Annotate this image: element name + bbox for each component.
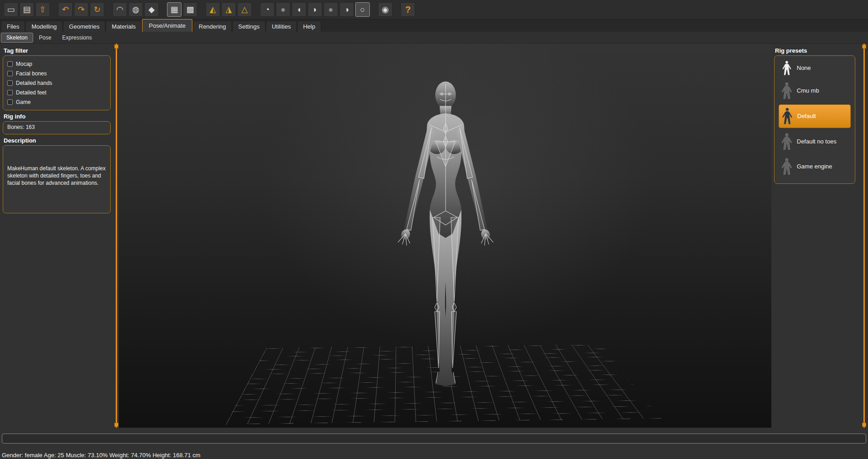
tab-files[interactable]: Files (1, 21, 25, 32)
symmetry-toolbar-group: ◭ ◮ △ (206, 2, 252, 17)
undo-icon: ↶ (62, 5, 69, 14)
tab-pose-animate[interactable]: Pose/Animate (142, 19, 192, 32)
rig-preset-default[interactable]: Default (779, 104, 851, 128)
symmetry-both-button[interactable]: △ (237, 2, 252, 17)
tab-geometries[interactable]: Geometries (63, 21, 105, 32)
checkbox-mocap[interactable]: Mocap (7, 59, 106, 69)
subtab-skeleton[interactable]: Skeleton (1, 33, 33, 43)
screenshot-toolbar-group: ◉ (378, 2, 392, 17)
description-text: MakeHuman default skeleton. A complex sk… (7, 165, 106, 187)
help-toolbar-group: ? (401, 2, 415, 17)
right-splitter-bottom-handle[interactable] (862, 423, 866, 427)
checkbox-label: Facial bones (16, 70, 47, 77)
camera-icon: ◉ (382, 5, 389, 14)
symmetry-icon: △ (241, 5, 248, 14)
right-splitter[interactable] (861, 44, 867, 428)
checkbox-facial-bones[interactable]: Facial bones (7, 69, 106, 78)
file-toolbar-group: ▭ ▤ ⇧ (4, 2, 50, 17)
checkbox-detailed-feet[interactable]: Detailed feet (7, 88, 106, 97)
reset-view-button[interactable]: ↻ (90, 2, 104, 17)
description-title: Description (4, 137, 111, 144)
rig-default-thumbnail (781, 106, 793, 126)
viewport-3d[interactable] (119, 44, 771, 428)
rig-preset-label: Game engine (797, 163, 832, 170)
symmetry-right-icon: ◭ (210, 5, 216, 14)
rig-preset-none[interactable]: None (779, 59, 851, 77)
checkbox-icon (7, 90, 13, 95)
new-document-button[interactable]: ▭ (4, 2, 18, 17)
checkbox-icon (7, 61, 13, 67)
view-half-button[interactable]: ◑ (339, 2, 354, 17)
symmetry-left-button[interactable]: ◮ (221, 2, 236, 17)
view-top-button[interactable]: ● (276, 2, 290, 17)
load-icon: ⇧ (39, 5, 46, 14)
right-splitter-top-handle[interactable] (862, 44, 866, 49)
wireframe-globe-icon: ◍ (132, 5, 139, 14)
tab-modelling[interactable]: Modelling (25, 21, 63, 32)
left-panel: Tag filter Mocap Facial bones Detailed h… (0, 44, 113, 428)
grid-icon: ▦ (170, 5, 178, 14)
rig-game-engine-thumbnail (781, 157, 793, 177)
grid-toggle-button[interactable]: ▦ (167, 2, 181, 17)
background-toggle-button[interactable]: ▩ (183, 2, 197, 17)
view-orbit-button[interactable]: ○ (355, 2, 370, 17)
rig-info-title: Rig info (4, 113, 111, 120)
subtab-pose[interactable]: Pose (34, 33, 56, 42)
undo-button[interactable]: ↶ (58, 2, 73, 17)
symmetry-left-icon: ◮ (226, 5, 232, 14)
view-right-button[interactable]: ◗ (308, 2, 322, 17)
hand-tool-button[interactable]: ◠ (113, 2, 127, 17)
tab-rendering[interactable]: Rendering (193, 21, 232, 32)
tag-filter-box: Mocap Facial bones Detailed hands Detail… (3, 55, 111, 110)
tab-settings[interactable]: Settings (232, 21, 265, 32)
camera-views-toolbar-group: ◔ ● ◖ ◗ ● ◑ ○ (260, 2, 370, 17)
save-button[interactable]: ▤ (20, 2, 34, 17)
tag-filter-title: Tag filter (4, 47, 111, 54)
main-toolbar: ▭ ▤ ⇧ ↶ ↷ ↻ ◠ ◍ ◆ ▦ ▩ ◭ ◮ △ ◔ ● ◖ ◗ ● (0, 0, 868, 20)
description-group: Description MakeHuman default skeleton. … (3, 137, 111, 213)
tab-utilities[interactable]: Utilities (266, 21, 297, 32)
head-right-icon: ◗ (313, 5, 318, 14)
save-icon: ▤ (23, 5, 30, 14)
sub-tab-bar: Skeleton Pose Expressions (0, 32, 868, 44)
checkbox-label: Detailed feet (16, 89, 46, 96)
rig-info-group: Rig info Bones: 163 (3, 113, 111, 134)
checkbox-icon (7, 71, 13, 76)
rig-presets-box: None Cmu mb Default Default no toes (774, 55, 855, 184)
checkbox-icon (7, 80, 13, 86)
subtab-expressions[interactable]: Expressions (57, 33, 97, 42)
scene-toolbar-group: ▦ ▩ (167, 2, 197, 17)
mesh-toolbar-group: ◠ ◍ ◆ (113, 2, 159, 17)
load-button[interactable]: ⇧ (35, 2, 50, 17)
checkbox-game[interactable]: Game (7, 97, 106, 107)
tab-materials[interactable]: Materials (106, 21, 142, 32)
symmetry-right-button[interactable]: ◭ (206, 2, 220, 17)
tab-help[interactable]: Help (297, 21, 321, 32)
rig-none-thumbnail (781, 60, 793, 76)
main-tab-bar: Files Modelling Geometries Materials Pos… (0, 20, 868, 32)
left-splitter-top-handle[interactable] (114, 44, 118, 49)
view-left-button[interactable]: ◖ (292, 2, 306, 17)
view-face-button[interactable]: ◔ (260, 2, 275, 17)
rig-preset-cmu-mb[interactable]: Cmu mb (779, 79, 851, 102)
wireframe-button[interactable]: ◍ (128, 2, 143, 17)
skeleton-view-button[interactable]: ◆ (144, 2, 159, 17)
rig-cmu-mb-thumbnail (781, 81, 793, 101)
makehuman-window: ▭ ▤ ⇧ ↶ ↷ ↻ ◠ ◍ ◆ ▦ ▩ ◭ ◮ △ ◔ ● ◖ ◗ ● (0, 0, 868, 459)
redo-icon: ↷ (78, 5, 84, 14)
content-area: Tag filter Mocap Facial bones Detailed h… (0, 44, 868, 428)
checkbox-detailed-hands[interactable]: Detailed hands (7, 78, 106, 88)
screenshot-button[interactable]: ◉ (378, 2, 392, 17)
bones-count: Bones: 163 (7, 124, 106, 130)
rig-preset-default-no-toes[interactable]: Default no toes (779, 130, 851, 153)
head-left-icon: ◖ (297, 5, 302, 14)
checkbox-label: Game (16, 99, 31, 105)
checkbox-icon (7, 99, 13, 105)
left-splitter[interactable] (113, 44, 119, 428)
view-back-button[interactable]: ● (324, 2, 338, 17)
rig-preset-label: Cmu mb (797, 87, 819, 94)
left-splitter-bottom-handle[interactable] (114, 423, 118, 427)
rig-preset-game-engine[interactable]: Game engine (779, 155, 851, 178)
help-button[interactable]: ? (401, 2, 415, 17)
redo-button[interactable]: ↷ (74, 2, 88, 17)
